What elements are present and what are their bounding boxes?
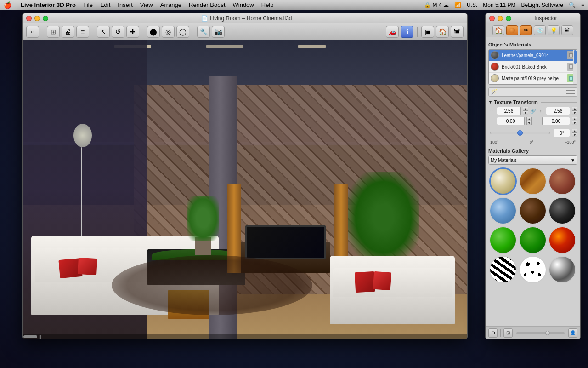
apple-menu[interactable]: 🍎 xyxy=(4,1,11,9)
bottom-gear-btn[interactable]: ⚙ xyxy=(488,328,498,338)
gallery-item-water[interactable] xyxy=(489,197,517,224)
tab-building[interactable]: 🏛 xyxy=(561,25,573,35)
sofa-right-back xyxy=(333,268,452,297)
offset-x-stepper[interactable]: ▲ ▼ xyxy=(526,117,532,125)
car-btn[interactable]: 🚗 xyxy=(386,26,399,38)
info-btn[interactable]: ℹ xyxy=(401,26,413,38)
gallery-item-green-bright[interactable] xyxy=(489,226,517,254)
tab-house[interactable]: 🏠 xyxy=(492,25,504,35)
menubar-menu-icon[interactable]: ≡ xyxy=(581,2,584,8)
material-item-1[interactable]: Leather/pamela_09014 xyxy=(489,50,577,61)
height-input[interactable]: 2.56 xyxy=(546,107,570,115)
tab-disk[interactable]: 💿 xyxy=(534,25,546,35)
angle-up[interactable]: ▲ xyxy=(572,129,577,133)
gallery-item-dark-wood[interactable] xyxy=(519,197,547,224)
tab-light[interactable]: 💡 xyxy=(548,25,560,35)
wand-bar[interactable]: 🪄 xyxy=(488,87,577,97)
height-down[interactable]: ▼ xyxy=(572,111,577,115)
menu-render[interactable]: Render Boost xyxy=(189,1,226,8)
ceiling-light-2 xyxy=(206,45,243,48)
select-btn[interactable]: ↖ xyxy=(97,26,110,38)
main-toolbar: ↔ ⊞ 🖨 ≡ ↖ ↺ ✚ ⬤ ◎ ◯ 🔧 📷 🚗 ℹ ▣ 🏠 🏛 xyxy=(23,23,467,40)
angle-down[interactable]: ▼ xyxy=(572,133,577,137)
menu-help[interactable]: Help xyxy=(261,1,274,8)
width-stepper[interactable]: ▲ ▼ xyxy=(523,107,528,115)
angle-stepper[interactable]: ▲ ▼ xyxy=(572,129,577,137)
tab-edit[interactable]: ✏ xyxy=(520,25,532,35)
offset-y-input[interactable]: 0.00 xyxy=(542,117,570,125)
height-up[interactable]: ▲ xyxy=(572,107,577,111)
objects-materials-title: Object's Materials xyxy=(488,42,577,47)
gallery-item-fire[interactable] xyxy=(548,226,576,254)
angle-slider-thumb[interactable] xyxy=(517,130,523,136)
menu-edit[interactable]: Edit xyxy=(100,1,110,8)
menu-window[interactable]: Window xyxy=(233,1,254,8)
bottom-fit-btn[interactable]: ⊡ xyxy=(503,328,513,338)
material-item-2[interactable]: Brick/001 Baked Brick xyxy=(489,61,577,73)
offset-y-stepper[interactable]: ▲ ▼ xyxy=(572,117,577,125)
section-collapse-icon[interactable]: ▼ xyxy=(488,100,492,104)
gallery-dropdown-value: My Materials xyxy=(491,158,517,163)
menubar-locale: U.S. xyxy=(467,2,477,8)
bottom-person-btn[interactable]: 👤 xyxy=(568,328,577,338)
mode-btn-2[interactable]: ◎ xyxy=(162,26,175,38)
angle-slider-track[interactable] xyxy=(490,132,550,134)
menu-view[interactable]: View xyxy=(140,1,153,8)
width-icon: ↔ xyxy=(488,109,495,113)
bottom-zoom-slider[interactable] xyxy=(516,332,565,334)
app-name[interactable]: Live Interior 3D Pro xyxy=(21,1,76,8)
gallery-item-chrome[interactable] xyxy=(548,256,576,283)
add-btn[interactable]: ✚ xyxy=(126,26,139,38)
inspector-close[interactable] xyxy=(489,16,495,21)
offset-x-down[interactable]: ▼ xyxy=(526,121,532,125)
svg-rect-3 xyxy=(570,65,572,68)
minimize-button[interactable] xyxy=(34,16,40,21)
gallery-dropdown[interactable]: My Materials ▼ xyxy=(488,155,577,165)
offset-y-up[interactable]: ▲ xyxy=(572,117,577,121)
window-controls xyxy=(26,16,48,21)
maximize-button[interactable] xyxy=(43,16,48,21)
menu-arrange[interactable]: Arrange xyxy=(160,1,181,8)
floor-plan-btn[interactable]: ⊞ xyxy=(47,26,60,38)
width-input[interactable]: 2.56 xyxy=(497,107,521,115)
gallery-item-black[interactable] xyxy=(548,197,576,224)
offset-x-up[interactable]: ▲ xyxy=(526,117,532,121)
gallery-item-wood-light[interactable] xyxy=(519,167,547,195)
inspector-max[interactable] xyxy=(506,16,511,21)
camera-btn[interactable]: 📷 xyxy=(212,26,225,38)
close-button[interactable] xyxy=(26,16,32,21)
gallery-item-brick[interactable] xyxy=(548,167,576,195)
scroll-indicator[interactable]: ||| xyxy=(23,334,468,339)
list-btn[interactable]: ≡ xyxy=(76,26,89,38)
view-btn-2[interactable]: 🏠 xyxy=(436,26,449,38)
materials-list: Leather/pamela_09014 Brick/001 Baked Bri… xyxy=(488,49,577,85)
material-item-3[interactable]: Matte paint/1019 grey beige xyxy=(489,73,577,84)
menubar-status: 🔒 M 4 ☁ xyxy=(424,2,449,8)
mode-btn-1[interactable]: ⬤ xyxy=(147,26,160,38)
mode-btn-3[interactable]: ◯ xyxy=(176,26,189,38)
view-btn-1[interactable]: ▣ xyxy=(421,26,434,38)
height-stepper[interactable]: ▲ ▼ xyxy=(572,107,577,115)
view-btn-3[interactable]: 🏛 xyxy=(451,26,464,38)
tab-material[interactable] xyxy=(506,25,518,35)
tools-btn[interactable]: 🔧 xyxy=(197,26,210,38)
menu-insert[interactable]: Insert xyxy=(118,1,133,8)
menubar-search-icon[interactable]: 🔍 xyxy=(569,2,576,8)
menu-file[interactable]: File xyxy=(83,1,93,8)
width-down[interactable]: ▼ xyxy=(523,111,528,115)
gallery-item-green-dark[interactable] xyxy=(519,226,547,254)
inspector-min[interactable] xyxy=(498,16,503,21)
angle-value-input[interactable]: 0° xyxy=(554,129,570,137)
width-up[interactable]: ▲ xyxy=(523,107,528,111)
scroll-left-indicator: ||| xyxy=(39,334,43,339)
offset-x-input[interactable]: 0.00 xyxy=(497,117,525,125)
offset-y-down[interactable]: ▼ xyxy=(572,121,577,125)
gallery-item-zebra[interactable] xyxy=(489,256,517,283)
gallery-item-cream[interactable] xyxy=(489,167,517,195)
materials-scrollbar[interactable] xyxy=(573,50,577,84)
viewport[interactable]: ||| xyxy=(23,40,468,339)
gallery-item-spots[interactable] xyxy=(519,256,547,283)
print-btn[interactable]: 🖨 xyxy=(62,26,74,38)
rotate-btn[interactable]: ↺ xyxy=(112,26,124,38)
nav-back-forward[interactable]: ↔ xyxy=(26,26,39,38)
